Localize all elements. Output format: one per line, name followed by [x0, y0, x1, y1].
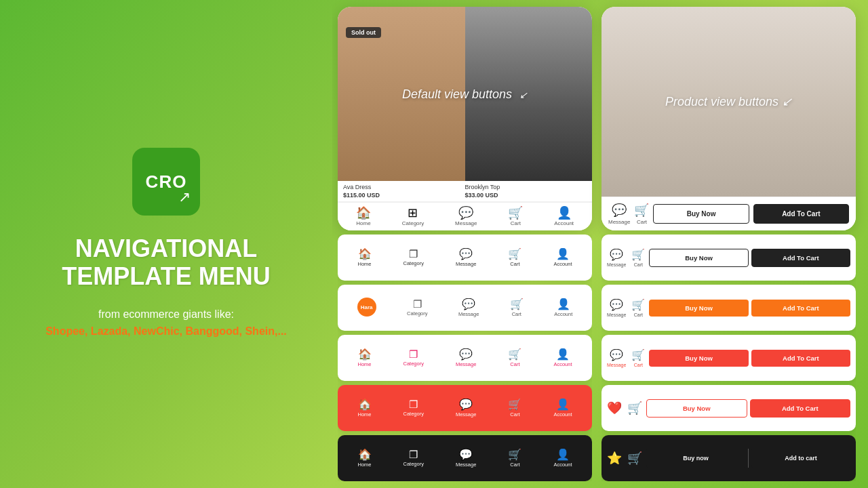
nav-home[interactable]: 🏠 Home [356, 207, 371, 226]
sold-out-badge: Sold out [346, 27, 381, 38]
account-icon: 👤 [556, 349, 570, 360]
nav-cart-2[interactable]: 🛒Cart [510, 299, 524, 317]
pv-cart-item: 🛒 Cart [634, 203, 649, 225]
buy-now-btn-4[interactable]: Buy Now [646, 399, 747, 418]
nav-message-5[interactable]: 💬Message [456, 449, 476, 468]
product-view-label: Product view buttons ↙ [665, 94, 792, 109]
nav-account-4[interactable]: 👤Account [553, 399, 572, 418]
navbar-variant-4: 🏠Home ❐Category 💬Message 🛒Cart 👤Account [338, 385, 592, 431]
pvbar-variant-4: ❤️ 🛒 Buy Now Add To Cart [601, 385, 856, 431]
pv-icons-5: ⭐ 🛒 [607, 451, 642, 466]
message-icon: 💬 [459, 449, 473, 460]
pv-msg-2: 💬 Message [607, 298, 626, 317]
message-icon: 💬 [610, 348, 623, 361]
cart-icon: 🛒 [508, 249, 521, 260]
pv-msg-3: 💬 Message [607, 348, 626, 367]
account-icon: 👤 [556, 249, 570, 260]
nav-message-4[interactable]: 💬Message [456, 399, 476, 418]
message-icon: 💬 [610, 298, 623, 311]
nav-home-1[interactable]: 🏠Home [358, 249, 372, 267]
add-cart-btn-2[interactable]: Add To Cart [751, 300, 850, 317]
home-icon: 🏠 [358, 349, 372, 360]
nav-message-1[interactable]: 💬Message [456, 249, 476, 267]
nav-category-1[interactable]: ❐Category [403, 249, 424, 266]
message-icon: 💬 [459, 399, 473, 410]
product-view-image: Product view buttons ↙ [601, 7, 856, 197]
cart-icon-dark: 🛒 [627, 451, 642, 466]
nav-category-3[interactable]: ❐Category [403, 349, 424, 367]
nav-cart-4[interactable]: 🛒Cart [508, 399, 521, 418]
pvbar-variant-3: 💬 Message 🛒 Cart Buy Now Add To Cart [601, 335, 856, 381]
nav-account-3[interactable]: 👤Account [553, 349, 572, 367]
home-icon: 🏠 [358, 399, 372, 410]
right-panel: Sold out Default view buttons ↙ Ava Dres… [332, 0, 868, 488]
nav-message-2[interactable]: 💬Message [458, 299, 479, 317]
category-icon: ❐ [409, 249, 418, 259]
buy-now-btn-5[interactable]: Buy now [646, 449, 745, 468]
nav-home-5[interactable]: 🏠Home [358, 449, 372, 468]
phone-card-default: Sold out Default view buttons ↙ Ava Dres… [338, 7, 592, 230]
nav-account[interactable]: 👤 Account [554, 207, 574, 226]
pv-btns-4: Buy Now Add To Cart [646, 399, 850, 418]
category-icon: ❐ [409, 349, 418, 359]
cart-icon: 🛒 [508, 207, 523, 219]
nav-cart-1[interactable]: 🛒Cart [508, 249, 521, 267]
pv-icons-3: 💬 Message 🛒 Cart [607, 348, 645, 367]
pv-cart-1: 🛒 Cart [631, 248, 645, 267]
cart-icon: 🛒 [631, 348, 645, 361]
nav-account-5[interactable]: 👤Account [553, 449, 572, 468]
category-icon: ⊞ [408, 207, 418, 219]
account-icon: 👤 [557, 207, 572, 219]
phone-card-images: Sold out Default view buttons ↙ [338, 7, 592, 181]
nav-category-4[interactable]: ❐Category [403, 399, 424, 417]
nav-home-3[interactable]: 🏠Home [358, 349, 372, 367]
nav-category-5[interactable]: ❐Category [403, 449, 424, 467]
pvbar-variant-5: ⭐ 🛒 Buy now Add to cart [601, 435, 856, 481]
nav-category-2[interactable]: ❐Category [407, 299, 427, 317]
home-icon: 🏠 [356, 207, 371, 219]
product-info-row: Ava Dress $115.00 USD Brooklyn Top $33.0… [338, 181, 592, 202]
message-icon: 💬 [462, 299, 475, 310]
pv-icons-1: 💬 Message 🛒 Cart [607, 248, 645, 267]
product1-info: Ava Dress $115.00 USD [343, 184, 465, 199]
nav-message-3[interactable]: 💬Message [456, 349, 476, 367]
phone-card-product-view: Product view buttons ↙ 💬 Message 🛒 Cart … [601, 7, 856, 230]
add-cart-btn-4[interactable]: Add To Cart [750, 399, 851, 418]
category-icon: ❐ [409, 449, 418, 460]
navbar-variant-2: Hara ❐Category 💬Message 🛒Cart 👤Account [338, 285, 592, 331]
left-panel: CRO ↗ NAVIGATIONAL TEMPLATE MENU from ec… [0, 0, 332, 488]
pv-message-item: 💬 Message [608, 203, 630, 225]
product-view-buttons-bar: 💬 Message 🛒 Cart Buy Now Add To Cart [601, 197, 856, 230]
account-icon: 👤 [556, 449, 570, 460]
add-to-cart-button[interactable]: Add To Cart [753, 204, 849, 224]
nav-cart[interactable]: 🛒 Cart [508, 207, 523, 226]
buy-now-btn-1[interactable]: Buy Now [649, 249, 748, 267]
product2-info: Brooklyn Top $33.00 USD [465, 184, 587, 199]
navbar-variant-1: 🏠Home ❐Category 💬Message 🛒Cart 👤Account [338, 235, 592, 281]
cart-icon-heart: 🛒 [627, 401, 642, 415]
pv-cart-icon: 🛒 [634, 203, 649, 218]
nav-home-hara[interactable]: Hara [357, 298, 376, 318]
nav-cart-5[interactable]: 🛒Cart [508, 449, 521, 468]
add-cart-btn-5[interactable]: Add to cart [751, 449, 850, 468]
cart-icon: 🛒 [631, 248, 645, 261]
account-icon: 👤 [557, 299, 570, 310]
navbar-variant-3: 🏠Home ❐Category 💬Message 🛒Cart 👤Account [338, 335, 592, 381]
pv-cart-3: 🛒 Cart [631, 348, 645, 367]
buy-now-btn-3[interactable]: Buy Now [649, 350, 748, 367]
add-cart-btn-3[interactable]: Add To Cart [751, 350, 850, 367]
nav-category[interactable]: ⊞ Category [402, 207, 424, 226]
buy-now-btn-2[interactable]: Buy Now [649, 300, 748, 317]
nav-account-1[interactable]: 👤Account [553, 249, 572, 267]
buy-now-button[interactable]: Buy Now [653, 204, 749, 224]
main-title: NAVIGATIONAL TEMPLATE MENU [62, 235, 270, 291]
heart-icon: ❤️ [607, 401, 622, 415]
navbar-variant-5: 🏠Home ❐Category 💬Message 🛒Cart 👤Account [338, 435, 592, 481]
nav-cart-3[interactable]: 🛒Cart [508, 349, 521, 367]
default-nav-bar: 🏠 Home ⊞ Category 💬 Message 🛒 Cart 👤 [338, 202, 592, 230]
nav-account-2[interactable]: 👤Account [554, 299, 572, 317]
pv-msg-1: 💬 Message [607, 248, 626, 267]
nav-message[interactable]: 💬 Message [455, 207, 477, 226]
nav-home-4[interactable]: 🏠Home [358, 399, 372, 418]
add-cart-btn-1[interactable]: Add To Cart [751, 249, 850, 267]
